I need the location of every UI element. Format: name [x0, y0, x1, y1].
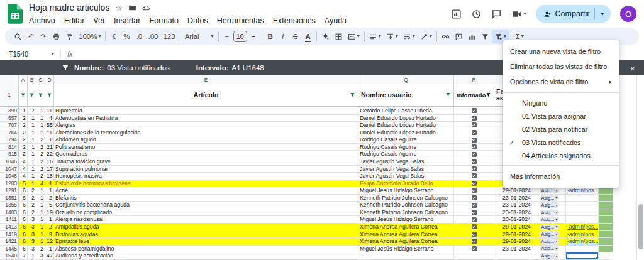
row-number[interactable]: 815: [0, 151, 19, 158]
cell-b[interactable]: 1: [28, 173, 36, 180]
row-number[interactable]: 657: [0, 115, 19, 122]
cell-articulo[interactable]: Alteraciones de la termoregulación: [54, 129, 358, 137]
cell-articulo[interactable]: Abdomen agudo: [54, 136, 358, 144]
cell-c[interactable]: 2: [36, 166, 45, 173]
dropdown-chip[interactable]: Asig...▾: [540, 188, 560, 193]
cell-informado[interactable]: [454, 136, 494, 144]
star-icon[interactable]: ☆: [115, 4, 123, 12]
font-select[interactable]: Arial▾: [182, 30, 216, 43]
filter-icon-col-c[interactable]: [36, 84, 45, 106]
cell-articulo[interactable]: Supuración pulmonar: [54, 166, 358, 173]
cell-u[interactable]: [599, 246, 613, 253]
increase-decimals-button[interactable]: .00: [145, 30, 160, 43]
cell-informado[interactable]: [454, 209, 494, 217]
cell-informado[interactable]: [454, 107, 494, 115]
search-button[interactable]: [11, 30, 25, 43]
cell-link[interactable]: [566, 246, 599, 253]
row-number[interactable]: 1048: [0, 173, 19, 180]
cell-articulo[interactable]: Orzuelo no complicado: [54, 209, 358, 217]
cell-usuario[interactable]: Kenneth Patricio Johnson Calcagno: [358, 195, 454, 202]
cell-articulo[interactable]: Epistaxis leve: [54, 238, 358, 246]
cell-informado[interactable]: [454, 187, 494, 195]
dropdown-chip[interactable]: Asig...▾: [540, 224, 560, 230]
checkbox-checked-icon[interactable]: [472, 130, 477, 135]
cell-d[interactable]: 1: [45, 246, 54, 253]
cell-asignado[interactable]: Asig...▾: [533, 252, 566, 260]
cell-d[interactable]: 55: [45, 122, 54, 129]
cell-articulo[interactable]: Adenopatías en Pediatría: [54, 115, 358, 122]
cell-usuario[interactable]: Javier Agustín Vega Salas: [358, 166, 454, 173]
insert-chart-button[interactable]: [465, 30, 479, 43]
cell-usuario[interactable]: Miguel Jesús Hidalgo Serrano: [358, 187, 454, 195]
cell-d[interactable]: 1: [45, 187, 54, 195]
cell-usuario[interactable]: Daniel Eduardo López Hurtado: [358, 115, 454, 122]
avatar[interactable]: O: [620, 6, 636, 22]
text-color-button[interactable]: A: [302, 30, 314, 43]
cell-asignado[interactable]: Asig...▾: [533, 202, 566, 209]
row-number[interactable]: 1291: [0, 187, 19, 195]
cell-informado[interactable]: [454, 151, 494, 158]
cell-link[interactable]: [566, 202, 599, 209]
cell-c[interactable]: 2: [36, 158, 45, 166]
cell-informado[interactable]: [454, 122, 494, 129]
cell-usuario[interactable]: Gerardo Felipe Fasce Pineda: [358, 107, 454, 115]
cell-usuario[interactable]: Rodrigo Casals Aguirre: [358, 144, 454, 151]
cell-b[interactable]: 2: [28, 187, 36, 195]
cell-informado[interactable]: [454, 115, 494, 122]
cell-articulo[interactable]: Alergia nasosinusal: [54, 216, 358, 224]
cell-d[interactable]: 18: [45, 173, 54, 180]
menu-item-view-03-selected[interactable]: ✓ 03 Vista notificados: [503, 136, 619, 149]
row-number[interactable]: 764: [0, 129, 19, 137]
cell-articulo[interactable]: Auditoría y acreditación: [54, 252, 358, 260]
checkbox-checked-icon[interactable]: [472, 173, 477, 178]
cell-c[interactable]: 1: [36, 107, 45, 115]
cell-c[interactable]: 2: [36, 151, 45, 158]
cell-b[interactable]: 3: [28, 224, 36, 231]
cell-a[interactable]: 6: [19, 224, 28, 231]
cell-usuario[interactable]: Ximena Andrea Aguilera Correa: [358, 238, 454, 246]
percent-button[interactable]: %: [120, 30, 133, 43]
cell-d[interactable]: 2: [45, 224, 54, 231]
cell-d[interactable]: 22: [45, 151, 54, 158]
menu-datos[interactable]: Datos: [183, 16, 213, 25]
cell-articulo[interactable]: Trauma torácico grave: [54, 158, 358, 166]
cell-b[interactable]: 3: [28, 246, 36, 253]
checkbox-checked-icon[interactable]: [472, 181, 477, 186]
cell-d[interactable]: 1: [45, 180, 54, 188]
cell-informado[interactable]: [454, 216, 494, 224]
cell-d[interactable]: 1: [45, 136, 54, 144]
cell-articulo[interactable]: Quemaduras: [54, 151, 358, 158]
paint-format-button[interactable]: [63, 30, 76, 43]
cell-fecha[interactable]: 23-01-2024: [494, 216, 533, 224]
move-folder-icon[interactable]: [128, 4, 136, 12]
cell-link[interactable]: -admin/pos...: [566, 224, 599, 231]
cell-b[interactable]: 3: [28, 238, 36, 246]
cell-d[interactable]: 2: [45, 195, 54, 202]
cell-articulo[interactable]: Amigdalitis aguda: [54, 224, 358, 231]
col-header-b[interactable]: B: [28, 75, 36, 84]
close-filter-view-icon[interactable]: ×: [630, 63, 635, 73]
cell-u[interactable]: [599, 252, 613, 260]
cell-a[interactable]: 4: [19, 166, 28, 173]
cell-c[interactable]: 4: [36, 180, 45, 188]
row-number[interactable]: 399: [0, 107, 19, 115]
checkbox-checked-icon[interactable]: [472, 210, 477, 215]
currency-button[interactable]: €: [108, 30, 120, 43]
cell-articulo[interactable]: Conjuntivitis bacteriana aguda: [54, 202, 358, 209]
checkbox-checked-icon[interactable]: [472, 224, 477, 229]
cell-b[interactable]: 3: [28, 231, 36, 239]
menu-archivo[interactable]: Archivo: [25, 16, 60, 25]
cell-usuario[interactable]: Miguel Jesús Hidalgo Serrano: [358, 216, 454, 224]
cell-d[interactable]: 5: [45, 202, 54, 209]
video-call-icon[interactable]: ▾: [511, 9, 526, 19]
row-number[interactable]: 1421: [0, 238, 19, 246]
cell-a[interactable]: 6: [19, 187, 28, 195]
cell-b[interactable]: 7: [28, 107, 36, 115]
cell-usuario[interactable]: Felipa Coromoto Jurado Bello: [358, 180, 454, 188]
checkbox-checked-icon[interactable]: [472, 152, 477, 157]
cell-b[interactable]: 3: [28, 216, 36, 224]
cell-articulo[interactable]: Politraumatismo: [54, 144, 358, 151]
cell-c[interactable]: 1: [36, 238, 45, 246]
cell-informado[interactable]: [454, 195, 494, 202]
cell-asignado[interactable]: Asig...▾: [533, 187, 566, 195]
